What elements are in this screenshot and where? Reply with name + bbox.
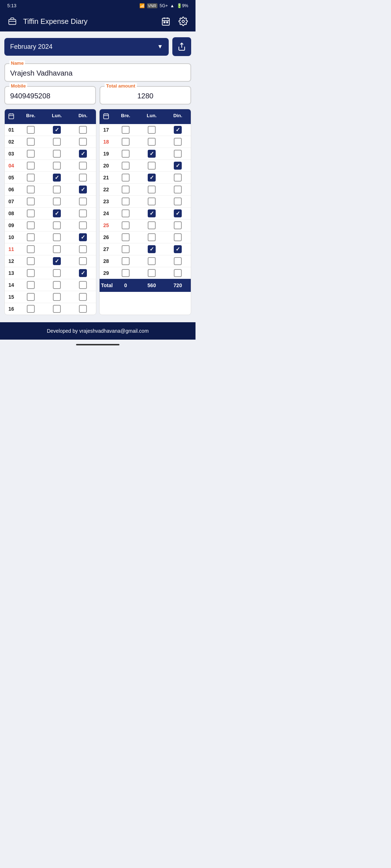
- checkbox-cell[interactable]: [165, 172, 191, 183]
- checkbox-cell[interactable]: ✓: [139, 172, 165, 183]
- checkbox-cell[interactable]: ✓: [165, 124, 191, 136]
- checkbox-cell[interactable]: [165, 267, 191, 279]
- checkbox-cell[interactable]: ✓: [165, 208, 191, 219]
- checkbox-cell[interactable]: ✓: [44, 124, 70, 136]
- checkbox-cell[interactable]: [18, 303, 44, 315]
- checkbox-cell[interactable]: [113, 184, 139, 195]
- checkbox-cell[interactable]: [165, 136, 191, 148]
- checkbox-cell[interactable]: [113, 172, 139, 183]
- checkbox-cell[interactable]: [113, 267, 139, 279]
- checkbox-cell[interactable]: [18, 172, 44, 183]
- checkbox-cell[interactable]: [70, 303, 96, 315]
- checkbox-cell[interactable]: [139, 184, 165, 195]
- checkbox-cell[interactable]: [165, 196, 191, 207]
- checkbox-cell[interactable]: [113, 255, 139, 267]
- checkbox-cell[interactable]: ✓: [165, 160, 191, 171]
- checkbox-cell[interactable]: [139, 220, 165, 231]
- checkbox-cell[interactable]: ✓: [165, 243, 191, 255]
- checkbox-cell[interactable]: [165, 148, 191, 159]
- home-bar: [0, 340, 196, 350]
- checkbox-cell[interactable]: [70, 124, 96, 136]
- checkbox-cell[interactable]: [70, 196, 96, 207]
- checkbox-cell[interactable]: [113, 220, 139, 231]
- checkbox-cell[interactable]: [44, 220, 70, 231]
- table-row: 25: [100, 220, 191, 231]
- checkbox-cell[interactable]: [44, 291, 70, 303]
- checkbox-cell[interactable]: [18, 267, 44, 279]
- checkbox-cell[interactable]: [18, 196, 44, 207]
- checkbox-cell[interactable]: [18, 208, 44, 219]
- checkbox-cell[interactable]: [113, 160, 139, 171]
- checkbox-cell[interactable]: [18, 279, 44, 291]
- checkbox-cell[interactable]: ✓: [70, 231, 96, 243]
- checkbox-cell[interactable]: ✓: [139, 243, 165, 255]
- share-button[interactable]: [172, 37, 191, 56]
- checkbox-cell[interactable]: [165, 255, 191, 267]
- checkbox-cell[interactable]: [18, 148, 44, 159]
- checkbox-cell[interactable]: [44, 303, 70, 315]
- checkbox-cell[interactable]: [113, 196, 139, 207]
- checkbox-cell[interactable]: [139, 196, 165, 207]
- checkbox-cell[interactable]: [113, 124, 139, 136]
- checkbox-cell[interactable]: [44, 243, 70, 255]
- checkbox-cell[interactable]: [70, 243, 96, 255]
- checkbox-cell[interactable]: ✓: [44, 255, 70, 267]
- checkbox-cell[interactable]: ✓: [44, 208, 70, 219]
- checkbox-cell[interactable]: [70, 208, 96, 219]
- day-number: 04: [5, 161, 18, 171]
- checkbox-cell[interactable]: [44, 160, 70, 171]
- checkbox-cell[interactable]: ✓: [139, 208, 165, 219]
- day-number: 26: [100, 232, 113, 242]
- checkbox-cell[interactable]: [18, 255, 44, 267]
- checkbox-cell[interactable]: [139, 267, 165, 279]
- checkbox-cell[interactable]: [70, 291, 96, 303]
- checkbox-cell[interactable]: ✓: [139, 148, 165, 159]
- checkbox-cell[interactable]: [165, 231, 191, 243]
- day-number: 18: [100, 137, 113, 147]
- checkbox-cell[interactable]: [18, 231, 44, 243]
- checkbox-cell[interactable]: [44, 267, 70, 279]
- checkbox-cell[interactable]: [113, 208, 139, 219]
- checkbox-cell[interactable]: [70, 255, 96, 267]
- checkbox-cell[interactable]: [70, 279, 96, 291]
- checkbox-cell[interactable]: [113, 136, 139, 148]
- checkbox-cell[interactable]: [44, 184, 70, 195]
- checkbox-cell[interactable]: [18, 136, 44, 148]
- checkbox-cell[interactable]: ✓: [70, 148, 96, 159]
- checkbox-cell[interactable]: [113, 148, 139, 159]
- checkbox-cell[interactable]: [18, 160, 44, 171]
- checkbox-cell[interactable]: [18, 220, 44, 231]
- checkbox-cell[interactable]: [70, 220, 96, 231]
- checkbox-cell[interactable]: [139, 231, 165, 243]
- vnr-badge: VNR: [147, 3, 157, 8]
- checkbox-cell[interactable]: [113, 231, 139, 243]
- checkbox-cell[interactable]: [18, 291, 44, 303]
- checkbox-cell[interactable]: [44, 148, 70, 159]
- checkbox-cell[interactable]: [44, 136, 70, 148]
- checkbox-cell[interactable]: [139, 255, 165, 267]
- checkbox-cell[interactable]: [139, 136, 165, 148]
- checkbox-cell[interactable]: ✓: [70, 267, 96, 279]
- checkbox-cell[interactable]: [70, 172, 96, 183]
- checkbox-cell[interactable]: [44, 279, 70, 291]
- checkbox-cell[interactable]: [165, 220, 191, 231]
- checkbox-cell[interactable]: [18, 184, 44, 195]
- checkbox-cell[interactable]: [165, 184, 191, 195]
- checkbox-cell[interactable]: [70, 160, 96, 171]
- calendar-icon-button[interactable]: [159, 15, 172, 28]
- checkbox-cell[interactable]: [139, 160, 165, 171]
- table-row: 11: [5, 243, 96, 255]
- checkbox-cell[interactable]: [44, 196, 70, 207]
- month-dropdown[interactable]: February 2024 ▼: [4, 38, 169, 56]
- checkbox-cell[interactable]: [18, 124, 44, 136]
- checkbox-cell[interactable]: ✓: [70, 184, 96, 195]
- checkbox-cell[interactable]: [113, 243, 139, 255]
- checkbox-cell[interactable]: ✓: [44, 172, 70, 183]
- checkbox-cell[interactable]: [18, 243, 44, 255]
- checkbox-cell[interactable]: [139, 124, 165, 136]
- checkbox-cell[interactable]: [70, 136, 96, 148]
- settings-icon-button[interactable]: [177, 15, 190, 28]
- name-label: Name: [9, 60, 25, 66]
- total-amount-label: Total amount: [105, 83, 137, 89]
- checkbox-cell[interactable]: [44, 231, 70, 243]
